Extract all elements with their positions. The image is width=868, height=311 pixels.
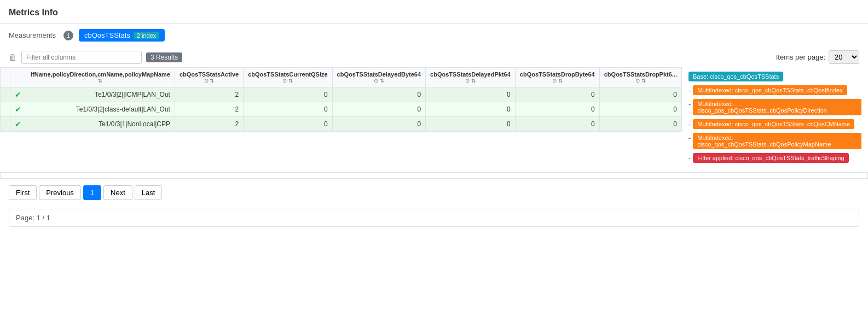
row-dropbyte64: 0 <box>515 102 599 117</box>
index-badge: 2 index <box>134 32 159 39</box>
measurements-count-badge: 1 <box>63 31 73 40</box>
col-dropbyte64-label: cbQosTSStatsDropByte64 <box>520 71 595 78</box>
sort-icon-delayedbyte64[interactable]: ⊙ ⇅ <box>337 78 421 84</box>
row-dropbyte64: 0 <box>515 117 599 132</box>
next-button[interactable]: Next <box>103 185 132 200</box>
status-check-icon: ✔ <box>15 90 21 99</box>
row-active: 2 <box>175 117 243 132</box>
info-multi-row: - MultiIndexed: cisco_qos_cbQosTSStats..… <box>688 85 861 97</box>
toolbar: 🗑 3 Results Items per page: 10 20 50 100 <box>0 47 868 67</box>
th-dropbyte64[interactable]: cbQosTSStatsDropByte64 ⊙ ⇅ <box>515 68 599 87</box>
info-tag-0: MultiIndexed: cisco_qos_cbQosTSStats..cb… <box>693 85 847 95</box>
page-info: Page: 1 / 1 <box>9 209 859 227</box>
th-currentqsize[interactable]: cbQosTSStatsCurrentQSize ⊙ ⇅ <box>244 68 332 87</box>
row-name: Te1/0/3|2||ICMP|LAN_Out <box>26 87 175 102</box>
info-dash: - <box>688 85 691 95</box>
row-currentqsize: 0 <box>244 87 332 102</box>
info-multi-row: - MultiIndexed: cisco_qos_cbQosTSStats..… <box>688 99 861 118</box>
row-delayedpkt64: 0 <box>426 117 516 132</box>
th-droppkt64[interactable]: cbQosTSStatsDropPkt6... ⊙ ⇅ <box>599 68 681 87</box>
table-row: ✔ Te1/0/3|2|class-default|LAN_Out 2 0 0 … <box>1 102 682 117</box>
row-delayedbyte64: 0 <box>332 87 425 102</box>
sort-icon-dropbyte64[interactable]: ⊙ ⇅ <box>520 78 595 84</box>
previous-button[interactable]: Previous <box>39 185 81 200</box>
info-tag-4: Filter applied: cisco_qos_cbQosTSStats_t… <box>693 153 848 163</box>
cbqoststats-tag-button[interactable]: cbQosTSStats 2 index <box>79 29 165 42</box>
sort-icon-currentqsize[interactable]: ⊙ ⇅ <box>248 78 327 84</box>
info-base-row: Base: cisco_qos_cbQosTSStats <box>688 72 861 84</box>
first-button[interactable]: First <box>9 185 37 200</box>
measurements-label: Measurements <box>9 31 56 39</box>
tag-label: cbQosTSStats <box>84 31 130 39</box>
th-delayedbyte64[interactable]: cbQosTSStatsDelayedByte64 ⊙ ⇅ <box>332 68 425 87</box>
row-status: ✔ <box>10 117 26 132</box>
col-delayedbyte64-label: cbQosTSStatsDelayedByte64 <box>337 71 421 78</box>
table-row: ✔ Te1/0/3|2||ICMP|LAN_Out 2 0 0 0 0 0 <box>1 87 682 102</box>
status-check-icon: ✔ <box>15 105 21 114</box>
horizontal-scrollbar[interactable] <box>0 172 868 179</box>
last-button[interactable]: Last <box>135 185 163 200</box>
sort-icon-name[interactable]: ⇅ <box>31 78 170 84</box>
items-per-page-select[interactable]: 10 20 50 100 <box>829 50 859 64</box>
row-dropbyte64: 0 <box>515 87 599 102</box>
items-per-page-label: Items per page: <box>776 53 825 61</box>
info-panel: Base: cisco_qos_cbQosTSStats - MultiInde… <box>682 67 868 171</box>
sort-icon-delayedpkt64[interactable]: ⊙ ⇅ <box>430 78 511 84</box>
main-content: ifName,policyDirection,cmName,policyMapN… <box>0 67 868 171</box>
th-empty <box>1 68 10 87</box>
th-active[interactable]: cbQosTSStatsActive ⊙ ⇅ <box>175 68 243 87</box>
pagination: First Previous 1 Next Last <box>0 180 868 206</box>
data-table: ifName,policyDirection,cmName,policyMapN… <box>0 67 682 132</box>
row-droppkt64: 0 <box>599 87 681 102</box>
info-multi-row: - MultiIndexed: cisco_qos_cbQosTSStats..… <box>688 133 861 151</box>
info-multi-row: - Filter applied: cisco_qos_cbQosTSStats… <box>688 153 861 165</box>
row-delayedbyte64: 0 <box>332 102 425 117</box>
info-tag-2: MultiIndexed: cisco_qos_cbQosTSStats..cb… <box>693 119 854 129</box>
row-currentqsize: 0 <box>244 102 332 117</box>
row-delayedpkt64: 0 <box>426 102 516 117</box>
results-badge: 3 Results <box>146 52 182 62</box>
col-name-label: ifName,policyDirection,cmName,policyMapN… <box>31 71 170 78</box>
row-name: Te1/0/3|1|NonLocal|CPP <box>26 117 175 132</box>
row-delayedbyte64: 0 <box>332 117 425 132</box>
col-currentqsize-label: cbQosTSStatsCurrentQSize <box>248 71 327 78</box>
info-dash: - <box>688 119 691 128</box>
measurements-bar: Measurements 1 cbQosTSStats 2 index <box>0 24 868 47</box>
row-name: Te1/0/3|2|class-default|LAN_Out <box>26 102 175 117</box>
sort-icon-droppkt64[interactable]: ⊙ ⇅ <box>604 78 677 84</box>
th-delayedpkt64[interactable]: cbQosTSStatsDelayedPkt64 ⊙ ⇅ <box>426 68 516 87</box>
row-droppkt64: 0 <box>599 117 681 132</box>
row-index <box>1 87 10 102</box>
row-active: 2 <box>175 87 243 102</box>
delete-icon[interactable]: 🗑 <box>9 52 17 62</box>
th-status <box>10 68 26 87</box>
filter-input[interactable] <box>21 51 142 64</box>
table-row: ✔ Te1/0/3|1|NonLocal|CPP 2 0 0 0 0 0 <box>1 117 682 132</box>
page-title: Metrics Info <box>0 0 868 23</box>
status-check-icon: ✔ <box>15 120 21 128</box>
sort-icon-active[interactable]: ⊙ ⇅ <box>180 78 239 84</box>
row-active: 2 <box>175 102 243 117</box>
table-section: ifName,policyDirection,cmName,policyMapN… <box>0 67 682 171</box>
row-status: ✔ <box>10 87 26 102</box>
col-delayedpkt64-label: cbQosTSStatsDelayedPkt64 <box>430 71 511 78</box>
base-tag: Base: cisco_qos_cbQosTSStats <box>688 72 783 81</box>
row-currentqsize: 0 <box>244 117 332 132</box>
info-tag-3: MultiIndexed: cisco_qos_cbQosTSStats..cb… <box>693 133 861 149</box>
row-index <box>1 117 10 132</box>
info-dash: - <box>688 153 691 162</box>
info-tag-1: MultiIndexed: cisco_qos_cbQosTSStats..cb… <box>693 99 861 115</box>
items-per-page-control: Items per page: 10 20 50 100 <box>776 50 859 64</box>
row-status: ✔ <box>10 102 26 117</box>
info-dash: - <box>688 99 691 108</box>
col-droppkt64-label: cbQosTSStatsDropPkt6... <box>604 71 677 78</box>
row-delayedpkt64: 0 <box>426 87 516 102</box>
col-active-label: cbQosTSStatsActive <box>180 71 239 78</box>
row-index <box>1 102 10 117</box>
info-dash: - <box>688 133 691 142</box>
th-name[interactable]: ifName,policyDirection,cmName,policyMapN… <box>26 68 175 87</box>
page-1-button[interactable]: 1 <box>83 185 101 200</box>
row-droppkt64: 0 <box>599 102 681 117</box>
info-multi-row: - MultiIndexed: cisco_qos_cbQosTSStats..… <box>688 119 861 131</box>
